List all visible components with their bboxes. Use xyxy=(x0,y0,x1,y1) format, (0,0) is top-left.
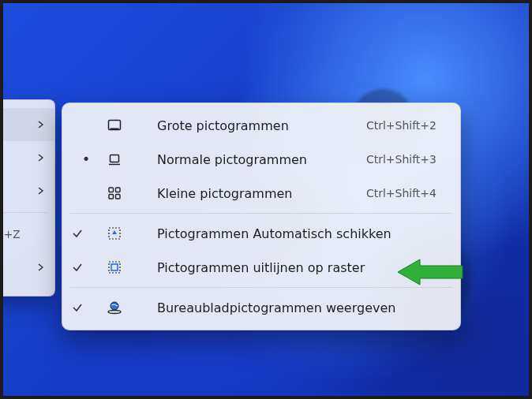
large-icons-icon xyxy=(100,117,129,133)
parent-menu-item[interactable] xyxy=(0,141,54,174)
menu-label: Normale pictogrammen xyxy=(154,152,366,167)
parent-menu-item[interactable] xyxy=(0,174,54,207)
menu-shortcut: Ctrl+Shift+2 xyxy=(366,119,449,132)
menu-item-medium-icons[interactable]: • Normale pictogrammen Ctrl+Shift+3 xyxy=(67,143,455,176)
svg-rect-6 xyxy=(109,195,114,200)
check-indicator xyxy=(72,302,100,313)
chevron-right-icon xyxy=(37,154,45,162)
check-indicator xyxy=(72,228,100,239)
chevron-right-icon xyxy=(37,121,45,129)
align-grid-icon xyxy=(100,259,129,275)
svg-rect-4 xyxy=(109,188,114,192)
svg-point-11 xyxy=(108,311,121,314)
undo-shortcut-label: Ctrl+Z xyxy=(0,228,21,241)
menu-label: Pictogrammen Automatisch schikken xyxy=(154,226,449,241)
menu-shortcut: Ctrl+Shift+4 xyxy=(366,187,449,200)
menu-divider xyxy=(70,287,452,288)
context-menu-parent: Ctrl+Z xyxy=(0,99,55,296)
chevron-right-icon xyxy=(37,263,45,271)
menu-divider xyxy=(0,212,48,213)
svg-rect-5 xyxy=(116,188,121,192)
menu-item-small-icons[interactable]: Kleine pictogrammen Ctrl+Shift+4 xyxy=(67,177,455,210)
svg-rect-1 xyxy=(111,129,119,130)
menu-item-large-icons[interactable]: Grote pictogrammen Ctrl+Shift+2 xyxy=(67,109,455,142)
menu-label: Kleine pictogrammen xyxy=(154,186,366,201)
svg-rect-10 xyxy=(111,264,118,270)
menu-label: Grote pictogrammen xyxy=(154,118,366,133)
menu-divider xyxy=(70,213,452,214)
parent-menu-undo[interactable]: Ctrl+Z xyxy=(0,218,54,251)
menu-item-auto-arrange[interactable]: Pictogrammen Automatisch schikken xyxy=(67,217,455,250)
chevron-right-icon xyxy=(37,187,45,195)
svg-rect-9 xyxy=(109,262,120,273)
parent-menu-item[interactable] xyxy=(0,251,54,284)
menu-item-align-to-grid[interactable]: Pictogrammen uitlijnen op raster xyxy=(67,251,455,284)
auto-arrange-icon xyxy=(100,226,129,241)
desktop-icon xyxy=(100,300,129,315)
small-icons-icon xyxy=(100,185,129,201)
svg-rect-7 xyxy=(116,195,121,200)
view-submenu: Grote pictogrammen Ctrl+Shift+2 • Normal… xyxy=(62,103,461,330)
menu-label: Bureaubladpictogrammen weergeven xyxy=(154,300,449,315)
menu-shortcut: Ctrl+Shift+3 xyxy=(366,153,449,166)
menu-label: Pictogrammen uitlijnen op raster xyxy=(154,260,449,275)
svg-rect-2 xyxy=(111,155,119,162)
check-indicator xyxy=(72,262,100,273)
medium-icons-icon xyxy=(100,151,129,167)
parent-menu-item[interactable] xyxy=(0,108,54,141)
menu-item-show-desktop-icons[interactable]: Bureaubladpictogrammen weergeven xyxy=(67,291,455,324)
